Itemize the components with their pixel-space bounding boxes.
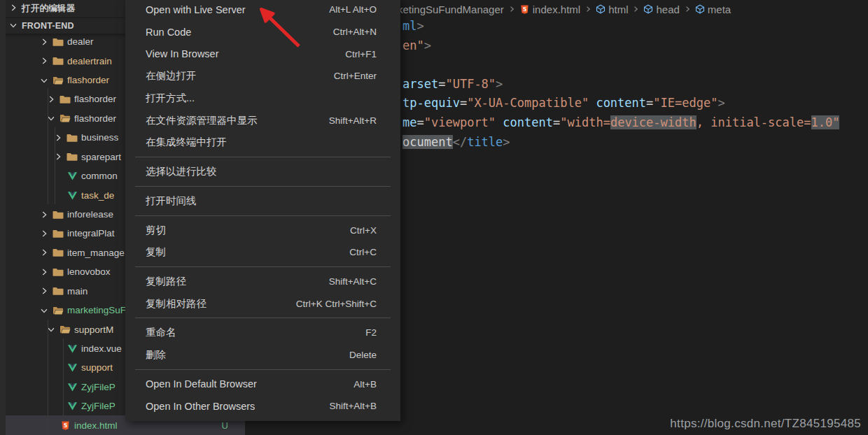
cube-icon	[643, 4, 653, 14]
menu-item-shortcut: Ctrl+X	[350, 225, 377, 236]
menu-item-label: 删除	[146, 348, 166, 362]
workspace-label: FRONT-END	[22, 21, 74, 31]
tree-item-label: ZyjFileP	[81, 401, 115, 411]
tree-item-label: item_manage	[67, 248, 125, 258]
chevron-down-icon	[37, 76, 51, 85]
code-token: "UTF-8"	[445, 77, 496, 91]
breadcrumb-item-label: html	[608, 3, 628, 15]
breadcrumb-item-head[interactable]: head	[643, 3, 679, 15]
menu-separator	[135, 369, 391, 370]
code-token: tp-equiv	[402, 96, 460, 110]
code-line: tp-equiv="X-UA-Compatible" content="IE=e…	[402, 94, 839, 113]
tree-item-label: integralPlat	[67, 228, 115, 238]
menu-item-在文件资源管理器中显示[interactable]: 在文件资源管理器中显示Shift+Alt+R	[125, 109, 400, 131]
menu-item-复制路径[interactable]: 复制路径Shift+Alt+C	[125, 271, 400, 293]
html-icon: 5	[58, 420, 72, 431]
menu-item-删除[interactable]: 删除Delete	[125, 344, 400, 366]
breadcrumb-item-label: rketingSuFundManager	[394, 3, 504, 15]
menu-item-run-code[interactable]: Run CodeCtrl+Alt+N	[125, 21, 400, 43]
chevron-down-icon	[8, 20, 18, 32]
folder-icon	[51, 209, 65, 220]
tree-item-label: sparepart	[81, 152, 121, 162]
breadcrumb-item-label: head	[656, 3, 679, 15]
menu-item-重命名[interactable]: 重命名F2	[125, 322, 400, 344]
menu-separator	[135, 157, 391, 157]
folder-icon	[58, 94, 72, 105]
menu-item-在侧边打开[interactable]: 在侧边打开Ctrl+Enter	[125, 65, 400, 87]
menu-item-剪切[interactable]: 剪切Ctrl+X	[125, 219, 400, 241]
menu-separator	[135, 215, 391, 216]
breadcrumb-item-index-html[interactable]: 5index.html	[519, 3, 580, 15]
tree-item-label: ZyjFileP	[81, 382, 115, 392]
menu-item-label: 在文件资源管理器中显示	[146, 114, 258, 127]
tree-item-label: flashorder	[74, 113, 116, 124]
chevron-right-icon	[37, 37, 51, 47]
code-token: 1.0"	[811, 115, 840, 129]
chevron-right-icon	[37, 286, 51, 296]
code-line	[402, 55, 839, 75]
tree-item-label: common	[81, 171, 118, 181]
folder-icon	[51, 285, 65, 297]
code-token: content	[596, 96, 646, 110]
folder-icon	[51, 247, 65, 258]
menu-item-label: 打开时间线	[146, 194, 197, 208]
code-token: >	[496, 77, 503, 91]
html-icon: 5	[519, 4, 530, 15]
menu-item-打开时间线[interactable]: 打开时间线	[125, 190, 400, 213]
folder-open-icon	[51, 75, 65, 86]
code-token: arset	[402, 77, 438, 91]
chevron-right-icon	[44, 94, 58, 104]
menu-item-label: View In Browser	[146, 48, 219, 59]
menu-item-复制相对路径[interactable]: 复制相对路径Ctrl+K Ctrl+Shift+C	[125, 292, 400, 315]
breadcrumb-separator-icon	[584, 5, 592, 13]
context-menu: Open with Live ServerAlt+L Alt+ORun Code…	[125, 0, 400, 421]
menu-item-选择以进行比较[interactable]: 选择以进行比较	[125, 161, 400, 183]
code-token: =	[438, 77, 445, 91]
menu-item-open-in-other-browsers[interactable]: Open In Other BrowsersShift+Alt+B	[125, 395, 400, 418]
code-token: ml	[402, 19, 416, 33]
menu-item-打开方式-[interactable]: 打开方式...	[125, 87, 400, 110]
menu-item-open-with-live-server[interactable]: Open with Live ServerAlt+L Alt+O	[125, 0, 400, 21]
menu-item-shortcut: Ctrl+C	[349, 247, 377, 257]
code-token	[496, 115, 503, 129]
code-token: =	[460, 96, 467, 110]
breadcrumb-item-label: meta	[708, 3, 731, 15]
breadcrumb-separator-icon	[507, 5, 516, 13]
chevron-right-icon	[37, 229, 51, 238]
menu-item-shortcut: Ctrl+K Ctrl+Shift+C	[296, 299, 377, 309]
tree-item-label: support	[81, 362, 113, 373]
vue-icon	[65, 171, 79, 181]
menu-item-复制[interactable]: 复制Ctrl+C	[125, 241, 400, 264]
breadcrumb-item-label: index.html	[533, 3, 580, 15]
menu-separator	[135, 186, 391, 187]
code-token: "X-UA-Compatible"	[467, 96, 589, 110]
code-token: "width=	[560, 115, 610, 129]
indent-guide	[63, 338, 64, 416]
chevron-right-icon	[51, 133, 65, 143]
menu-item-label: 打开方式...	[146, 92, 195, 105]
menu-item-open-in-default-browser[interactable]: Open In Default BrowserAlt+B	[125, 373, 400, 395]
menu-item-shortcut: F2	[365, 327, 377, 338]
code-line: arset="UTF-8">	[402, 75, 839, 94]
menu-item-label: Run Code	[146, 27, 191, 38]
breadcrumb-item-meta[interactable]: meta	[695, 3, 731, 15]
tree-item-label: flashorder	[74, 94, 116, 104]
tree-item-label: supportM	[74, 325, 113, 335]
chevron-down-icon	[44, 113, 58, 123]
chevron-right-icon	[37, 248, 51, 257]
chevron-right-icon	[37, 56, 51, 66]
menu-item-view-in-browser[interactable]: View In BrowserCtrl+F1	[125, 43, 400, 65]
breadcrumb-item-html[interactable]: html	[596, 3, 628, 15]
code-token: =	[553, 115, 560, 129]
tree-item-label: dealer	[67, 36, 94, 47]
chevron-down-icon	[37, 306, 51, 315]
menu-item-label: Open In Other Browsers	[146, 401, 255, 412]
git-status-badge: U	[222, 420, 228, 431]
code-token: "viewport"	[424, 115, 496, 129]
cube-icon	[695, 4, 705, 14]
code-token: title	[467, 135, 503, 149]
breadcrumb-item-rketingsufundmanager[interactable]: rketingSuFundManager	[394, 3, 504, 15]
folder-icon	[65, 132, 79, 143]
folder-icon	[51, 55, 65, 66]
menu-item-在集成终端中打开[interactable]: 在集成终端中打开	[125, 131, 400, 154]
